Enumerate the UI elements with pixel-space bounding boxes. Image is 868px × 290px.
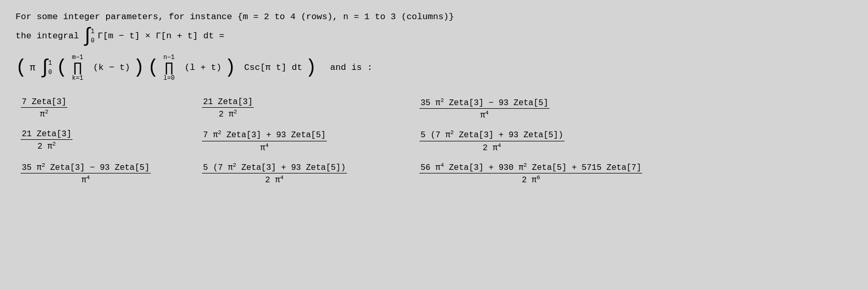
- product1-block: m−1 ∏ k=1: [72, 54, 83, 82]
- numerator-2-2: 56 π4 Zeta[3] + 930 π2 Zeta[5] + 5715 Ze…: [419, 162, 642, 173]
- product1-symbol: ∏: [74, 61, 82, 75]
- fraction-1-1: 7 π2 Zeta[3] + 93 Zeta[5]π4: [202, 129, 327, 153]
- denominator-2-2: 2 π6: [520, 174, 541, 185]
- expanded-line: ( π ∫ 1 0 ( m−1 ∏ k=1 (k − t) ) ( n−1 ∏ …: [16, 54, 852, 82]
- denominator-1-0: 2 π2: [36, 140, 57, 151]
- csc-term: Csc[π t] dt: [239, 63, 302, 72]
- fraction-0-0: 7 Zeta[3]π2: [21, 97, 67, 119]
- result-cell-1-1: 7 π2 Zeta[3] + 93 Zeta[5]π4: [197, 129, 414, 153]
- pi-symbol: π: [30, 63, 36, 73]
- integral-upper-line2: 1: [91, 28, 94, 35]
- result-cell-0-1: 21 Zeta[3]2 π2: [197, 97, 414, 121]
- open-paren-prod2: (: [148, 59, 159, 77]
- result-cell-1-2: 5 (7 π2 Zeta[3] + 93 Zeta[5])2 π4: [414, 129, 766, 153]
- results-grid: 7 Zeta[3]π221 Zeta[3]2 π235 π2 Zeta[3] −…: [16, 97, 852, 185]
- fraction-2-1: 5 (7 π2 Zeta[3] + 93 Zeta[5])2 π4: [202, 162, 347, 185]
- denominator-0-1: 2 π2: [218, 108, 238, 119]
- close-paren-prod2: ): [225, 59, 236, 77]
- denominator-0-2: π4: [479, 109, 489, 120]
- integral-lower-line2: 0: [91, 37, 94, 45]
- integral-limits-line3: 1 0: [48, 60, 52, 76]
- result-cell-0-0: 7 Zeta[3]π2: [16, 97, 197, 121]
- the-integral-label: the integral: [16, 31, 79, 41]
- product1-term: (k − t): [88, 63, 131, 72]
- main-content: For some integer parameters, for instanc…: [16, 10, 852, 185]
- product2-lower: l=0: [164, 75, 175, 82]
- numerator-2-1: 5 (7 π2 Zeta[3] + 93 Zeta[5]): [202, 162, 347, 173]
- numerator-0-0: 7 Zeta[3]: [21, 97, 67, 108]
- header-text: For some integer parameters, for instanc…: [16, 12, 454, 22]
- result-cell-2-1: 5 (7 π2 Zeta[3] + 93 Zeta[5])2 π4: [197, 162, 414, 185]
- numerator-1-2: 5 (7 π2 Zeta[3] + 93 Zeta[5]): [419, 129, 565, 141]
- integral-symbol-line2: ∫ 1 0: [81, 28, 95, 45]
- product2-term: (l + t): [179, 63, 222, 72]
- result-cell-1-0: 21 Zeta[3]2 π2: [16, 129, 197, 153]
- denominator-1-2: 2 π4: [482, 142, 502, 153]
- fraction-0-1: 21 Zeta[3]2 π2: [202, 97, 254, 119]
- numerator-1-0: 21 Zeta[3]: [21, 129, 73, 140]
- open-big-paren: (: [16, 59, 27, 77]
- and-is-text: and is :: [325, 63, 372, 72]
- integral-limits-line2: 1 0: [91, 28, 94, 45]
- result-cell-2-0: 35 π2 Zeta[3] − 93 Zeta[5]π4: [16, 162, 197, 185]
- integral-upper-line3: 1: [48, 60, 52, 67]
- fraction-1-0: 21 Zeta[3]2 π2: [21, 129, 73, 151]
- integral-symbol-line3: ∫ 1 0: [38, 60, 53, 76]
- fraction-1-2: 5 (7 π2 Zeta[3] + 93 Zeta[5])2 π4: [419, 129, 565, 153]
- fraction-2-0: 35 π2 Zeta[3] − 93 Zeta[5]π4: [21, 162, 151, 185]
- header-line: For some integer parameters, for instanc…: [16, 10, 852, 24]
- denominator-0-0: π2: [39, 108, 49, 119]
- fraction-2-2: 56 π4 Zeta[3] + 930 π2 Zeta[5] + 5715 Ze…: [419, 162, 642, 185]
- denominator-2-1: 2 π4: [264, 174, 285, 185]
- integrand-text: Γ[m − t] × Γ[n + t] dt =: [97, 31, 224, 41]
- result-cell-0-2: 35 π2 Zeta[3] − 93 Zeta[5]π4: [414, 97, 766, 121]
- product2-symbol: ∏: [165, 61, 173, 75]
- open-paren-prod1: (: [56, 59, 67, 77]
- denominator-1-1: π4: [259, 142, 269, 153]
- numerator-0-2: 35 π2 Zeta[3] − 93 Zeta[5]: [419, 97, 549, 109]
- close-big-paren: ): [306, 59, 317, 77]
- result-cell-2-2: 56 π4 Zeta[3] + 930 π2 Zeta[5] + 5715 Ze…: [414, 162, 766, 185]
- product1-lower: k=1: [72, 75, 83, 82]
- denominator-2-0: π4: [80, 174, 91, 185]
- fraction-0-2: 35 π2 Zeta[3] − 93 Zeta[5]π4: [419, 97, 549, 121]
- product2-block: n−1 ∏ l=0: [164, 54, 175, 82]
- close-paren-prod1: ): [133, 59, 144, 77]
- numerator-2-0: 35 π2 Zeta[3] − 93 Zeta[5]: [21, 162, 151, 173]
- integral-lower-line3: 0: [48, 69, 52, 76]
- numerator-1-1: 7 π2 Zeta[3] + 93 Zeta[5]: [202, 129, 327, 141]
- integral-line: the integral ∫ 1 0 Γ[m − t] × Γ[n + t] d…: [16, 28, 852, 45]
- numerator-0-1: 21 Zeta[3]: [202, 97, 254, 108]
